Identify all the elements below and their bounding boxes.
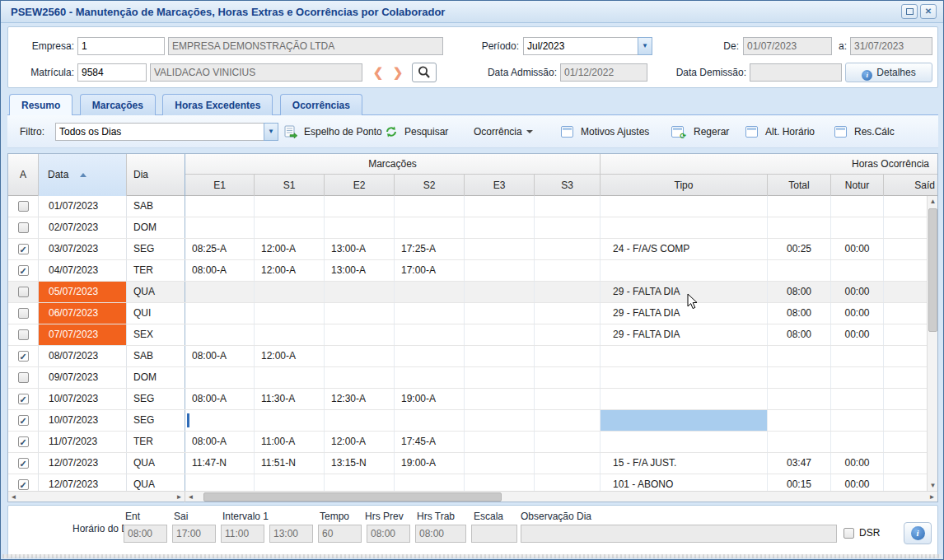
e2-cell[interactable]: 12:30-A	[325, 389, 395, 409]
row-checkbox[interactable]: ✓	[18, 436, 29, 447]
s2-cell[interactable]	[395, 346, 465, 366]
total-cell[interactable]	[768, 260, 831, 281]
s1-cell[interactable]	[255, 324, 325, 345]
saida-cell[interactable]	[884, 432, 928, 452]
s2-cell[interactable]	[395, 367, 465, 388]
s1-cell[interactable]	[255, 367, 325, 388]
e1-cell[interactable]: 08:25-A	[185, 239, 255, 259]
e1-cell[interactable]: 08:00-A	[185, 346, 255, 366]
s1-cell[interactable]: 12:00-A	[255, 346, 325, 366]
table-row[interactable]: 02/07/2023DOM	[8, 217, 937, 239]
e1-cell[interactable]	[185, 282, 255, 302]
e1-cell[interactable]	[185, 217, 255, 238]
e1-cell[interactable]: 08:00-A	[185, 260, 255, 281]
table-row[interactable]: ✓04/07/2023TER08:00-A12:00-A13:00-A17:00…	[8, 260, 937, 282]
s3-cell[interactable]	[535, 389, 601, 409]
dsr-checkbox[interactable]	[844, 528, 854, 539]
e3-cell[interactable]	[465, 324, 535, 345]
date-cell[interactable]: 12/07/2023	[39, 474, 127, 491]
date-cell[interactable]: 10/07/2023	[39, 410, 127, 431]
column-header-e1[interactable]: E1	[185, 175, 255, 196]
e3-cell[interactable]	[465, 260, 535, 281]
s1-cell[interactable]: 11:30-A	[255, 389, 325, 409]
s1-cell[interactable]	[255, 217, 325, 238]
s1-cell[interactable]	[255, 474, 325, 491]
table-row[interactable]: 06/07/2023QUI29 - FALTA DIA08:0000:00	[8, 303, 937, 324]
s2-cell[interactable]: 19:00-A	[395, 453, 465, 474]
e3-cell[interactable]	[465, 196, 535, 217]
vertical-scrollbar[interactable]: ▲ ▼	[927, 196, 937, 491]
e3-cell[interactable]	[465, 474, 535, 491]
s3-cell[interactable]	[535, 282, 601, 302]
s1-cell[interactable]: 12:00-A	[255, 260, 325, 281]
scroll-left-icon[interactable]: ◄	[8, 492, 19, 502]
s2-cell[interactable]	[395, 196, 465, 217]
table-row[interactable]: ✓12/07/2023QUA101 - ABONO00:1500:00	[8, 474, 937, 491]
s3-cell[interactable]	[535, 303, 601, 324]
date-cell[interactable]: 02/07/2023	[39, 217, 127, 238]
notur-cell[interactable]	[831, 410, 884, 431]
saida-cell[interactable]	[884, 389, 928, 409]
total-cell[interactable]: 08:00	[768, 324, 831, 345]
vertical-scroll-thumb[interactable]	[928, 208, 937, 332]
frozen-pane-scrollbar[interactable]: ◄ ►	[8, 492, 185, 502]
total-cell[interactable]: 00:25	[768, 239, 831, 259]
pesquisar-button[interactable]: Pesquisar	[404, 123, 448, 141]
s3-cell[interactable]	[535, 474, 601, 491]
table-row[interactable]: ✓03/07/2023SEG08:25-A12:00-A13:00-A17:25…	[8, 239, 937, 260]
s2-cell[interactable]	[395, 303, 465, 324]
s2-cell[interactable]: 17:00-A	[395, 260, 465, 281]
footer-info-button[interactable]: i	[904, 522, 932, 544]
row-checkbox[interactable]: ✓	[18, 479, 29, 490]
e1-cell[interactable]: 08:00-A	[185, 389, 255, 409]
row-checkbox[interactable]	[18, 222, 29, 233]
e2-cell[interactable]: 13:00-A	[325, 239, 395, 259]
restore-button[interactable]	[901, 4, 918, 19]
tipo-cell[interactable]	[601, 217, 768, 238]
e1-cell[interactable]: 08:00-A	[185, 432, 255, 452]
total-cell[interactable]: 00:15	[768, 474, 831, 491]
empresa-code-input[interactable]	[77, 37, 165, 55]
date-cell[interactable]: 05/07/2023	[39, 282, 127, 302]
s1-cell[interactable]: 11:00-A	[255, 432, 325, 452]
s2-cell[interactable]	[395, 324, 465, 345]
total-cell[interactable]: 03:47	[768, 453, 831, 474]
row-checkbox[interactable]: ✓	[18, 265, 29, 276]
date-cell[interactable]: 11/07/2023	[39, 432, 127, 452]
column-header-e2[interactable]: E2	[325, 175, 395, 196]
total-cell[interactable]: 08:00	[768, 303, 831, 324]
table-row[interactable]: ✓10/07/2023SEG08:00-A11:30-A12:30-A19:00…	[8, 389, 937, 410]
tipo-cell[interactable]	[601, 432, 768, 452]
close-button[interactable]: ✕	[920, 4, 937, 19]
e3-cell[interactable]	[465, 217, 535, 238]
row-checkbox[interactable]	[18, 201, 29, 212]
alt-horario-button[interactable]: Alt. Horário	[765, 123, 815, 141]
e2-cell[interactable]	[325, 282, 395, 302]
table-row[interactable]: 01/07/2023SAB	[8, 196, 937, 217]
s3-cell[interactable]	[535, 367, 601, 388]
s3-cell[interactable]	[535, 324, 601, 345]
total-cell[interactable]	[768, 389, 831, 409]
regerar-button[interactable]: Regerar	[694, 123, 729, 141]
column-header-data[interactable]: Data	[39, 154, 127, 196]
periodo-combo-arrow-icon[interactable]: ▼	[638, 37, 652, 55]
saida-cell[interactable]	[884, 217, 928, 238]
s2-cell[interactable]: 19:00-A	[395, 389, 465, 409]
notur-cell[interactable]: 00:00	[831, 303, 884, 324]
s3-cell[interactable]	[535, 239, 601, 259]
total-cell[interactable]	[768, 217, 831, 238]
s1-cell[interactable]: 11:51-N	[255, 453, 325, 474]
date-cell[interactable]: 06/07/2023	[39, 303, 127, 324]
tab-ocorrencias[interactable]: Ocorrências	[280, 94, 362, 116]
espelho-de-ponto-button[interactable]: Espelho de Ponto	[304, 123, 382, 141]
column-header-a[interactable]: A	[8, 154, 39, 196]
previous-employee-icon[interactable]: ❮	[369, 63, 387, 82]
e2-cell[interactable]: 13:15-N	[325, 453, 395, 474]
table-row[interactable]: 09/07/2023DOM	[8, 367, 937, 389]
saida-cell[interactable]	[884, 303, 928, 324]
e2-cell[interactable]	[325, 410, 395, 431]
saida-cell[interactable]	[884, 453, 928, 474]
table-row[interactable]: ✓08/07/2023SAB08:00-A12:00-A	[8, 346, 937, 367]
e3-cell[interactable]	[465, 346, 535, 366]
saida-cell[interactable]	[884, 410, 928, 431]
